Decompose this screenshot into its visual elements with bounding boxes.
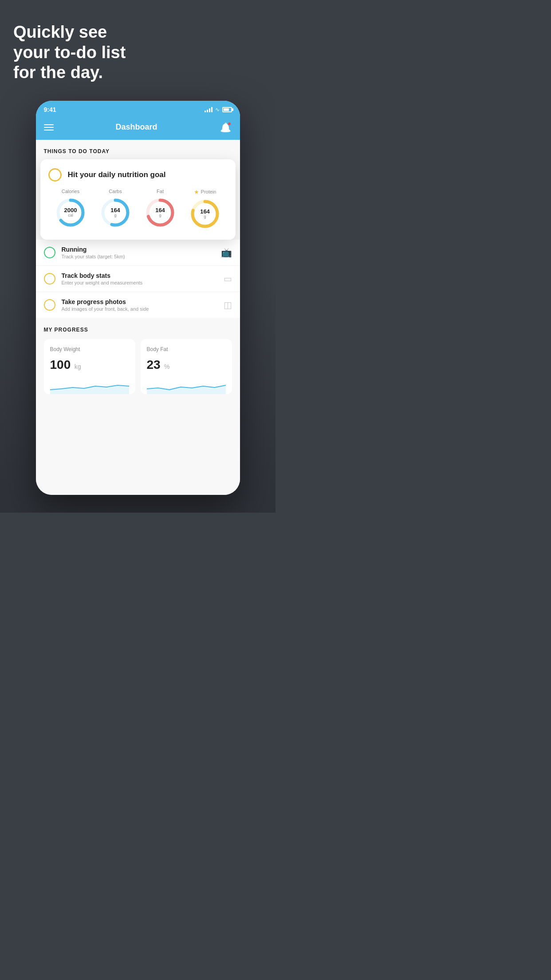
carbs-donut: 164 g — [99, 197, 131, 229]
protein-donut: 164 g — [189, 198, 221, 230]
todo-item-running[interactable]: Running Track your stats (target: 5km) 📺 — [36, 240, 240, 266]
body-weight-unit: kg — [75, 363, 81, 370]
calories-unit: cal — [64, 213, 77, 218]
things-to-do-section: THINGS TO DO TODAY — [36, 140, 240, 159]
protein-value: 164 — [200, 209, 210, 215]
body-fat-value-row: 23 % — [147, 358, 226, 372]
carbs-value: 164 — [110, 207, 120, 213]
todo-item-body-stats[interactable]: Track body stats Enter your weight and m… — [36, 266, 240, 292]
calories-donut: 2000 cal — [55, 197, 87, 229]
nutrition-card-title: Hit your daily nutrition goal — [68, 170, 166, 179]
body-weight-card-title: Body Weight — [50, 346, 129, 352]
fat-label: Fat — [157, 189, 164, 194]
todo-item-photos[interactable]: Take progress photos Add images of your … — [36, 292, 240, 318]
todo-text-photos: Take progress photos Add images of your … — [62, 298, 217, 312]
notifications-button[interactable] — [220, 121, 232, 134]
body-fat-chart — [147, 376, 226, 394]
todo-name-photos: Take progress photos — [62, 298, 217, 305]
notification-badge — [228, 122, 231, 126]
things-to-do-title: THINGS TO DO TODAY — [44, 148, 110, 154]
menu-button[interactable] — [44, 124, 54, 130]
nutrition-stats: Calories 2000 cal — [48, 189, 228, 230]
carbs-stat: Carbs 164 g — [99, 189, 131, 229]
progress-section: MY PROGRESS Body Weight 100 kg — [36, 318, 240, 403]
nutrition-card[interactable]: Hit your daily nutrition goal Calories — [40, 159, 236, 240]
top-nav: Dashboard — [36, 117, 240, 140]
calories-value: 2000 — [64, 207, 77, 213]
calories-stat: Calories 2000 cal — [55, 189, 87, 229]
protein-unit: g — [200, 215, 210, 219]
todo-desc-running: Track your stats (target: 5km) — [62, 254, 215, 259]
carbs-label: Carbs — [109, 189, 122, 194]
app-content: THINGS TO DO TODAY Hit your daily nutrit… — [36, 140, 240, 495]
body-weight-value: 100 — [50, 358, 71, 371]
status-bar: 9:41 ∿ — [36, 101, 240, 117]
wifi-icon: ∿ — [215, 107, 220, 113]
scale-icon: ▭ — [224, 273, 232, 284]
svg-marker-8 — [50, 385, 129, 394]
page-background: Quickly seeyour to-do listfor the day. 9… — [0, 0, 276, 513]
status-icons: ∿ — [205, 107, 232, 113]
body-fat-unit: % — [164, 363, 169, 370]
todo-text-body-stats: Track body stats Enter your weight and m… — [62, 272, 217, 285]
page-headline: Quickly seeyour to-do listfor the day. — [13, 22, 155, 83]
fat-value: 164 — [155, 207, 165, 213]
todo-circle-running — [44, 247, 55, 258]
nutrition-check-circle — [48, 168, 62, 182]
carbs-unit: g — [110, 213, 120, 218]
nav-title: Dashboard — [115, 122, 157, 132]
photo-icon: ◫ — [224, 300, 232, 310]
body-weight-card[interactable]: Body Weight 100 kg — [44, 339, 135, 394]
protein-star-icon: ★ — [194, 189, 199, 195]
todo-list: Running Track your stats (target: 5km) 📺… — [36, 240, 240, 318]
body-fat-card[interactable]: Body Fat 23 % — [141, 339, 232, 394]
body-weight-value-row: 100 kg — [50, 358, 129, 372]
fat-unit: g — [155, 213, 165, 218]
todo-text-running: Running Track your stats (target: 5km) — [62, 246, 215, 259]
todo-desc-photos: Add images of your front, back, and side — [62, 306, 217, 312]
fat-donut: 164 g — [144, 197, 176, 229]
progress-section-title: MY PROGRESS — [44, 327, 232, 333]
protein-label: Protein — [201, 189, 216, 194]
signal-icon — [205, 107, 213, 112]
protein-stat: ★ Protein 164 g — [189, 189, 221, 230]
body-weight-chart — [50, 376, 129, 394]
todo-circle-photos — [44, 299, 55, 311]
calories-label: Calories — [62, 189, 79, 194]
todo-name-running: Running — [62, 246, 215, 253]
svg-marker-9 — [147, 385, 226, 394]
body-fat-value: 23 — [147, 358, 161, 371]
todo-circle-body-stats — [44, 273, 55, 285]
body-fat-card-title: Body Fat — [147, 346, 226, 352]
phone-mockup: 9:41 ∿ Dashboard — [36, 101, 240, 495]
running-icon: 📺 — [221, 247, 232, 258]
fat-stat: Fat 164 g — [144, 189, 176, 229]
battery-icon — [222, 107, 232, 112]
status-time: 9:41 — [44, 106, 56, 113]
todo-desc-body-stats: Enter your weight and measurements — [62, 280, 217, 285]
todo-name-body-stats: Track body stats — [62, 272, 217, 279]
progress-cards: Body Weight 100 kg — [44, 339, 232, 403]
